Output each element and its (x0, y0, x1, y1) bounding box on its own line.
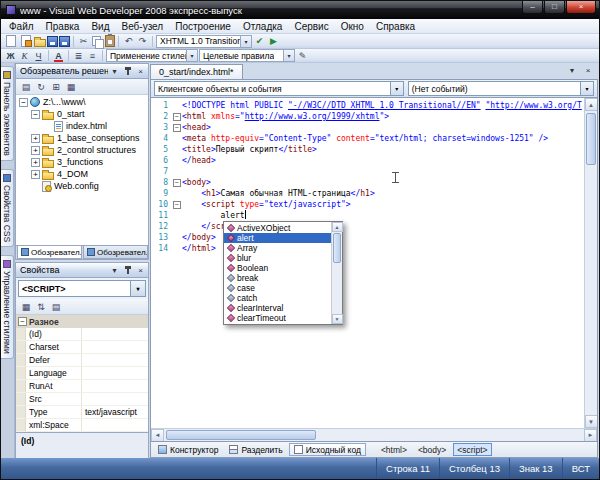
sidebar-tab-manage-styles[interactable]: Управление стилями (1, 255, 14, 359)
property-value[interactable] (82, 341, 148, 353)
window-position-icon[interactable]: ▾ (108, 264, 121, 276)
intellisense-item[interactable]: catch (224, 293, 331, 303)
view-button-source[interactable]: Исходный код (289, 443, 366, 456)
explorer-tab-2[interactable]: Обозревател... (83, 246, 148, 259)
new-file-icon[interactable] (6, 35, 16, 47)
explorer-tab-1[interactable]: Обозревател... (17, 246, 82, 259)
menu-item-8[interactable]: Окно (335, 20, 370, 33)
menu-item-2[interactable]: Правка (40, 20, 86, 33)
close-document-icon[interactable]: × (581, 64, 595, 77)
start-debug-icon[interactable]: ▶ (267, 35, 280, 48)
collapse-icon[interactable]: − (18, 317, 27, 326)
close-icon[interactable]: × (134, 65, 147, 77)
tag-breadcrumb-item-2[interactable]: <body> (414, 443, 450, 456)
property-row[interactable]: xml:Space (16, 419, 148, 432)
open-file-icon[interactable] (34, 39, 46, 47)
property-row[interactable]: Language (16, 367, 148, 380)
bold-icon[interactable]: Ж (4, 49, 17, 62)
vertical-scroll-thumb[interactable] (586, 113, 596, 165)
categorized-icon[interactable]: ▦ (20, 301, 32, 313)
intellisense-item[interactable]: ActiveXObject (224, 223, 331, 233)
code-text[interactable]: <title>Первый скрипт</title> (182, 144, 584, 155)
menu-item-5[interactable]: Построение (169, 20, 237, 33)
tag-breadcrumb-item-1[interactable]: <html> (377, 443, 411, 456)
fold-collapse-icon[interactable]: − (173, 201, 181, 209)
scroll-right-icon[interactable]: ► (584, 429, 597, 442)
code-text[interactable]: <html xmlns="http://www.w3.org/1999/xhtm… (182, 111, 584, 122)
italic-icon[interactable]: К (18, 49, 31, 62)
code-text[interactable]: <meta http-equiv="Content-Type" content=… (182, 133, 584, 144)
property-row[interactable]: Charset (16, 341, 148, 354)
properties-icon[interactable]: ▤ (20, 81, 32, 93)
code-text[interactable]: <body> (182, 177, 584, 188)
intellisense-item[interactable]: clearTimeout (224, 313, 331, 323)
property-value[interactable] (82, 380, 148, 392)
menu-item-7[interactable]: Сервис (288, 20, 334, 33)
menu-item-3[interactable]: Вид (85, 20, 115, 33)
scroll-up-icon[interactable]: ▲ (332, 222, 343, 232)
nest-files-icon[interactable]: ⊞ (50, 81, 62, 93)
property-value[interactable] (82, 393, 148, 405)
code-text[interactable]: <script type="text/javascript"> (182, 199, 584, 210)
intellisense-item[interactable]: blur (224, 253, 331, 263)
collapse-icon[interactable]: − (19, 98, 28, 107)
view-button-designer[interactable]: Конструктор (153, 443, 223, 456)
intellisense-item[interactable]: case (224, 283, 331, 293)
menu-item-1[interactable]: Файл (3, 20, 40, 33)
scroll-down-icon[interactable]: ▼ (332, 314, 343, 324)
sidebar-tab-css-properties[interactable]: Свойства CSS (1, 169, 14, 247)
tree-item[interactable]: +1_base_conseptions (16, 132, 148, 144)
tree-item[interactable]: +2_control structures (16, 144, 148, 156)
minimize-button[interactable]: – (522, 1, 543, 14)
refresh-icon[interactable]: ↻ (35, 81, 47, 93)
document-tab[interactable]: 0_start/index.html* (150, 64, 243, 79)
intellisense-item[interactable]: alert (224, 233, 331, 243)
font-color-icon[interactable]: A (52, 49, 65, 62)
property-pages-icon[interactable]: ▤ (50, 301, 62, 313)
tree-item[interactable]: Web.config (16, 180, 148, 192)
code-text[interactable]: <head> (182, 122, 584, 133)
view-button-split[interactable]: Разделить (224, 443, 287, 456)
fold-collapse-icon[interactable]: − (173, 179, 181, 187)
expand-icon[interactable]: + (31, 134, 40, 143)
scroll-down-icon[interactable]: ▼ (585, 415, 598, 428)
numbered-list-icon[interactable]: ≡ (86, 49, 99, 62)
horizontal-scrollbar[interactable]: ◄ ► (151, 428, 597, 441)
vertical-scrollbar[interactable]: ▲ ▼ (584, 98, 597, 428)
code-viewport[interactable]: 1<!DOCTYPE html PUBLIC "-//W3C//DTD XHTM… (151, 98, 597, 428)
save-icon[interactable] (47, 36, 58, 47)
property-value[interactable] (82, 367, 148, 379)
tree-item[interactable]: −Z:\...\www\ (16, 96, 148, 108)
menu-item-6[interactable]: Отладка (237, 20, 289, 33)
property-row[interactable]: RunAt (16, 380, 148, 393)
undo-icon[interactable]: ↶ (122, 35, 135, 48)
code-text[interactable]: <!DOCTYPE html PUBLIC "-//W3C//DTD XHTML… (182, 100, 584, 111)
paste-icon[interactable] (105, 35, 115, 47)
object-dropdown[interactable]: Клиентские объекты и события ▾ (154, 81, 404, 96)
property-value[interactable] (82, 419, 148, 431)
close-icon[interactable]: × (134, 264, 147, 276)
scroll-up-icon[interactable]: ▲ (585, 98, 598, 111)
property-value[interactable]: text/javascript (82, 406, 148, 418)
copy-icon[interactable] (91, 35, 104, 48)
property-row[interactable]: Src (16, 393, 148, 406)
alphabetical-icon[interactable]: ⇅ (35, 301, 47, 313)
vertical-scroll-track[interactable] (585, 111, 597, 415)
horizontal-scroll-track[interactable] (164, 429, 584, 441)
tree-item[interactable]: −0_start (16, 108, 148, 120)
expand-icon[interactable]: + (31, 146, 40, 155)
add-new-item-icon[interactable] (21, 35, 31, 47)
fold-collapse-icon[interactable]: − (173, 124, 181, 132)
tree-item[interactable]: index.html (16, 120, 148, 132)
redo-icon[interactable]: ↷ (136, 35, 149, 48)
new-style-icon[interactable]: ✎ (296, 49, 309, 62)
auto-hide-pin-icon[interactable] (121, 65, 134, 77)
target-rules-dropdown[interactable]: Целевые правила ▾ (199, 49, 295, 62)
property-value[interactable] (82, 328, 148, 340)
underline-icon[interactable]: Ч (32, 49, 45, 62)
sidebar-tab-toolbox[interactable]: Панель элементов (1, 66, 14, 161)
code-text[interactable]: </head> (182, 155, 584, 166)
maximize-button[interactable]: □ (544, 1, 565, 14)
intellisense-item[interactable]: break (224, 273, 331, 283)
horizontal-scroll-thumb[interactable] (166, 430, 316, 440)
